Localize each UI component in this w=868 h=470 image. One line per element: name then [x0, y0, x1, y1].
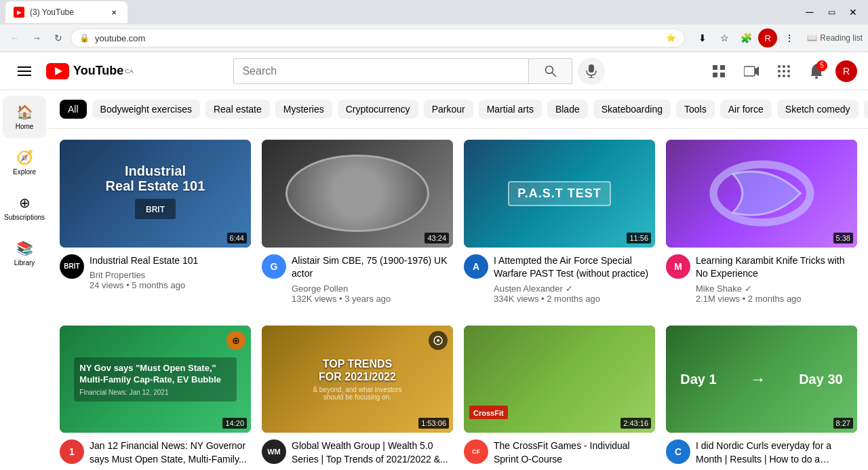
restore-button[interactable]: ▭ [822, 3, 841, 22]
close-button[interactable]: ✕ [844, 3, 863, 22]
search-input[interactable] [234, 59, 528, 83]
video-meta-2: 132K views • 3 years ago [292, 294, 453, 304]
sidebar-label-library: Library [14, 259, 35, 267]
user-avatar[interactable]: R [835, 60, 857, 82]
sidebar: 🏠 Home 🧭 Explore ⊕ Subscriptions 📚 Libra… [0, 90, 49, 470]
bookmark-button[interactable]: ☆ [715, 28, 734, 47]
category-chip-2[interactable]: Mysteries [275, 100, 332, 119]
category-chip-6[interactable]: Blade [547, 100, 588, 119]
sidebar-item-explore[interactable]: 🧭 Explore [3, 141, 46, 184]
forward-button[interactable]: → [27, 28, 46, 47]
thumbnail-7: CrossFit 2:43:16 [464, 326, 655, 433]
duration-badge-3: 11:56 [627, 233, 651, 243]
category-chip-all[interactable]: All [60, 100, 87, 119]
search-icon [545, 65, 557, 77]
video-title-1: Industrial Real Estate 101 [90, 254, 251, 268]
sidebar-label-home: Home [16, 123, 34, 130]
minimize-button[interactable]: ─ [800, 3, 819, 22]
video-card-2[interactable]: 43:24 G Alistair Sim CBE, 75 (1900-1976)… [262, 140, 453, 304]
channel-name-3: Austen Alexander ✓ [494, 283, 655, 294]
browser-chrome: ▶ (3) YouTube ✕ ─ ▭ ✕ ← → ↻ 🔒 youtube.co… [0, 0, 868, 52]
apps-icon [712, 64, 726, 78]
youtube-app: YouTube CA [0, 52, 868, 470]
duration-badge-6: 1:53:06 [418, 418, 449, 429]
svg-marker-15 [755, 66, 759, 76]
hamburger-icon [18, 66, 31, 76]
profile-button[interactable]: R [758, 28, 777, 47]
sidebar-item-home[interactable]: 🏠 Home [3, 96, 46, 138]
video-title-2: Alistair Sim CBE, 75 (1900-1976) UK acto… [292, 254, 453, 281]
download-button[interactable]: ⬇ [693, 28, 712, 47]
active-tab[interactable]: ▶ (3) YouTube ✕ [5, 1, 127, 23]
svg-line-6 [552, 73, 556, 77]
category-chip-10[interactable]: Sketch comedy [777, 100, 859, 119]
svg-point-18 [787, 65, 790, 68]
thumbnail-5: NY Gov says "Must Open State," Multi-Fam… [60, 326, 251, 433]
library-icon: 📚 [16, 240, 33, 256]
tab-favicon: ▶ [14, 7, 24, 18]
video-6-settings [429, 331, 448, 350]
channel-avatar-8: C [666, 439, 690, 464]
menu-button[interactable]: ⋮ [780, 28, 799, 47]
sidebar-item-subscriptions[interactable]: ⊕ Subscriptions [3, 187, 46, 229]
svg-rect-1 [18, 71, 31, 72]
channel-avatar-6: WM [262, 439, 286, 464]
thumbnail-2: 43:24 [262, 140, 453, 248]
search-button[interactable] [528, 59, 572, 83]
yt-logo[interactable]: YouTube CA [46, 63, 134, 79]
channel-avatar-7: CF [464, 439, 488, 464]
grid-button[interactable] [770, 58, 797, 85]
extensions-button[interactable]: 🧩 [736, 28, 755, 47]
svg-text:BRIT: BRIT [146, 205, 165, 214]
category-chip-8[interactable]: Tools [676, 100, 715, 119]
svg-point-24 [787, 75, 790, 77]
category-chip-9[interactable]: Air force [720, 100, 772, 119]
svg-point-25 [815, 76, 818, 79]
category-bar: All Bodyweight exercises Real estate Mys… [49, 90, 868, 129]
menu-icon-button[interactable] [11, 58, 38, 85]
video-meta-1: 24 views • 5 months ago [90, 280, 251, 290]
video-card-1[interactable]: IndustrialReal Estate 101 BRIT 6:44 BRIT… [60, 140, 251, 304]
tab-title: (3) YouTube [30, 7, 103, 17]
yt-logo-text: YouTube [73, 64, 123, 78]
duration-badge-2: 43:24 [425, 233, 449, 243]
browser-actions: ⬇ ☆ 🧩 R ⋮ 📖 Reading list [693, 28, 863, 47]
video-title-6: Global Wealth Group | Wealth 5.0 Series … [292, 439, 453, 466]
video-card-3[interactable]: P.A.S.T TEST 11:56 A I Attempted the Air… [464, 140, 655, 304]
reload-button[interactable]: ↻ [49, 28, 68, 47]
video-options-button[interactable] [705, 58, 732, 85]
video-card-8[interactable]: Day 1 → Day 30 8:27 C [666, 326, 857, 470]
video-card-7[interactable]: CrossFit 2:43:16 CF The CrossFit Games -… [464, 326, 655, 470]
video-card-6[interactable]: TOP TRENDSFOR 2021/2022 & beyond, and wh… [262, 326, 453, 470]
svg-point-5 [545, 66, 553, 73]
category-chip-1[interactable]: Real estate [205, 100, 270, 119]
reading-list-button[interactable]: 📖 Reading list [807, 33, 863, 43]
duration-badge-5: 14:20 [222, 418, 247, 429]
video-title-7: The CrossFit Games - Individual Sprint O… [494, 439, 655, 466]
main-content: All Bodyweight exercises Real estate Mys… [49, 90, 868, 470]
channel-avatar-2: G [262, 254, 286, 279]
create-button[interactable] [738, 58, 765, 85]
category-chip-5[interactable]: Martial arts [479, 100, 542, 119]
sidebar-item-library[interactable]: 📚 Library [3, 232, 46, 275]
notification-count: 5 [816, 60, 827, 71]
svg-rect-10 [713, 65, 717, 70]
category-chip-4[interactable]: Parkour [424, 100, 473, 119]
back-button[interactable]: ← [5, 28, 24, 47]
tab-close-button[interactable]: ✕ [108, 7, 119, 18]
mic-button[interactable] [578, 58, 605, 85]
category-chip-11[interactable]: Dramedy [864, 100, 868, 119]
address-bar[interactable]: 🔒 youtube.com ⭐ [71, 28, 685, 47]
duration-badge-8: 8:27 [833, 418, 853, 429]
svg-point-23 [783, 75, 785, 77]
channel-avatar-1: BRIT [60, 254, 84, 279]
video-title-3: I Attempted the Air Force Special Warfar… [494, 254, 655, 281]
category-chip-3[interactable]: Cryptocurrency [338, 100, 418, 119]
video-card-5[interactable]: NY Gov says "Must Open State," Multi-Fam… [60, 326, 251, 470]
duration-badge-4: 5:38 [833, 233, 853, 243]
category-chip-0[interactable]: Bodyweight exercises [92, 100, 200, 119]
video-card-4[interactable]: 5:38 M Learning Karambit Knife Tricks wi… [666, 140, 857, 304]
yt-header: YouTube CA [0, 52, 868, 90]
notifications-button[interactable]: 5 [803, 58, 830, 85]
category-chip-7[interactable]: Skateboarding [593, 100, 671, 119]
